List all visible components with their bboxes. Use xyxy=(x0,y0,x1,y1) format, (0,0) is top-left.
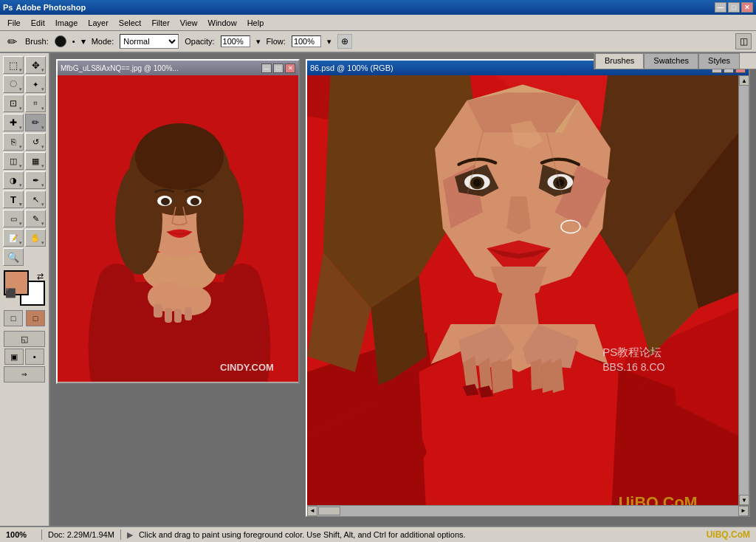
flow-arrow[interactable]: ▾ xyxy=(327,37,331,47)
doc-title-left: MfbG_uLS8iAxNQ==.jpg @ 100%... xyxy=(61,64,179,72)
svg-text:BBS.16 8.CO: BBS.16 8.CO xyxy=(602,361,664,373)
svg-text:UiBQ.CoM: UiBQ.CoM xyxy=(619,493,698,505)
standard-mode[interactable]: □ xyxy=(4,310,23,326)
status-message: Click and drag to paint using foreground… xyxy=(139,530,701,539)
scroll-left-arrow[interactable]: ◄ xyxy=(307,506,317,516)
doc-close-left[interactable]: ✕ xyxy=(285,64,295,73)
tab-swatches[interactable]: Swatches xyxy=(644,53,698,69)
scroll-right-arrow[interactable]: ► xyxy=(738,506,749,516)
svg-rect-16 xyxy=(174,309,182,323)
doc-canvas-left: CINDY.COM xyxy=(58,75,298,383)
move-tool[interactable]: ✥ xyxy=(25,56,46,74)
document-info: Doc: 2.29M/1.94M xyxy=(48,530,114,539)
status-bar: 100% Doc: 2.29M/1.94M ▶ Click and drag t… xyxy=(0,526,756,542)
crop-tool[interactable]: ⊡ xyxy=(3,95,24,112)
airbrush-icon[interactable]: ⊕ xyxy=(337,34,352,49)
tab-brushes[interactable]: Brushes xyxy=(595,53,644,69)
screen-row-3: ⇒ xyxy=(4,366,45,383)
scroll-track-h[interactable] xyxy=(317,506,738,516)
pen-tool[interactable]: ✒ xyxy=(25,171,46,189)
tool-row-4: ✚ ✏ xyxy=(1,114,47,131)
screen-mode-3[interactable]: ▪ xyxy=(25,349,44,365)
doc-maximize-left[interactable]: □ xyxy=(273,64,284,73)
dodge-tool[interactable]: ◑ xyxy=(3,171,24,189)
menu-edit[interactable]: Edit xyxy=(27,17,49,29)
slice-tool[interactable]: ⌗ xyxy=(25,95,46,112)
scroll-down-arrow[interactable]: ▼ xyxy=(739,495,749,505)
status-divider-1 xyxy=(41,529,42,540)
flow-input[interactable] xyxy=(292,35,321,47)
menu-filter[interactable]: Filter xyxy=(147,17,173,29)
status-divider-2 xyxy=(120,529,121,540)
app-icon: Ps xyxy=(3,3,13,12)
scroll-up-arrow[interactable]: ▲ xyxy=(739,75,749,86)
healing-tool[interactable]: ✚ xyxy=(3,114,24,131)
svg-marker-43 xyxy=(506,196,530,235)
canvas-area: MfbG_uLS8iAxNQ==.jpg @ 100%... — □ ✕ xyxy=(50,53,756,526)
notes-tool[interactable]: 📝 xyxy=(3,229,24,247)
scrollbar-right-vertical[interactable]: ▲ ▼ xyxy=(738,75,749,505)
watermark: UiBQ.CoM xyxy=(707,529,750,540)
scroll-thumb-h[interactable] xyxy=(318,507,340,515)
screen-mode-2[interactable]: ▣ xyxy=(4,349,24,365)
panel-toggle[interactable]: ◫ xyxy=(735,33,752,49)
eyedropper-tool[interactable]: ✎ xyxy=(25,210,46,227)
opacity-input[interactable] xyxy=(221,35,250,47)
menu-select[interactable]: Select xyxy=(114,17,146,29)
reset-colors[interactable]: ⬛ xyxy=(5,288,16,304)
brush-preview[interactable] xyxy=(55,35,66,47)
menu-window[interactable]: Window xyxy=(204,17,241,29)
panel-tabs-bar: Brushes Swatches Styles xyxy=(594,53,756,69)
tool-row-8: T ↖ xyxy=(1,191,47,208)
menu-image[interactable]: Image xyxy=(51,17,83,29)
clone-tool[interactable]: ⎘ xyxy=(3,133,24,151)
brush-dropdown-arrow[interactable]: ▾ xyxy=(81,37,86,47)
shape-tool[interactable]: ▭ xyxy=(3,210,24,227)
opacity-arrow[interactable]: ▾ xyxy=(256,37,261,47)
menu-bar: File Edit Image Layer Select Filter View… xyxy=(0,15,756,31)
brush-tool[interactable]: ✏ xyxy=(25,114,46,131)
path-selection-tool[interactable]: ↖ xyxy=(25,191,46,208)
tool-row-1: ⬚ ✥ xyxy=(1,56,47,74)
gradient-tool[interactable]: ▦ xyxy=(25,152,46,170)
svg-rect-15 xyxy=(165,308,172,323)
quick-mask-mode[interactable]: □ xyxy=(26,310,45,326)
tab-styles[interactable]: Styles xyxy=(698,53,740,69)
document-window-right: 86.psd @ 100% (RGB) — □ ✕ xyxy=(306,59,750,517)
doc-title-right: 86.psd @ 100% (RGB) xyxy=(310,64,394,72)
magic-wand-tool[interactable]: ✦ xyxy=(25,75,46,93)
tool-row-3: ⊡ ⌗ xyxy=(1,95,47,112)
left-image-svg: CINDY.COM xyxy=(58,75,298,382)
eraser-tool[interactable]: ◫ xyxy=(3,152,24,170)
hand-tool[interactable]: ✋ xyxy=(25,229,46,247)
screen-row-2: ▣ ▪ xyxy=(4,349,44,365)
menu-help[interactable]: Help xyxy=(243,17,269,29)
doc-minimize-left[interactable]: — xyxy=(261,64,272,73)
text-tool[interactable]: T xyxy=(3,191,24,208)
history-brush-tool[interactable]: ↺ xyxy=(25,133,46,151)
svg-point-10 xyxy=(161,198,170,205)
menu-layer[interactable]: Layer xyxy=(83,17,113,29)
menu-view[interactable]: View xyxy=(176,17,202,29)
doc-titlebar-left: MfbG_uLS8iAxNQ==.jpg @ 100%... — □ ✕ xyxy=(58,61,298,75)
screen-mode-buttons: ◱ ▣ ▪ ⇒ xyxy=(1,331,47,383)
lasso-tool[interactable]: 〇 xyxy=(3,75,24,93)
minimize-button[interactable]: — xyxy=(715,2,726,13)
swap-colors[interactable]: ⇄ xyxy=(37,272,44,281)
close-button[interactable]: ✕ xyxy=(741,2,753,13)
active-tool-icon[interactable]: ✏ xyxy=(4,34,19,49)
menu-file[interactable]: File xyxy=(3,17,25,29)
marquee-tool[interactable]: ⬚ xyxy=(3,56,24,74)
svg-point-41 xyxy=(473,179,481,187)
tool-row-2: 〇 ✦ xyxy=(1,75,47,93)
mode-select[interactable]: Normal Dissolve Multiply xyxy=(120,34,179,49)
tool-row-7: ◑ ✒ xyxy=(1,171,47,189)
main-area: ⬚ ✥ 〇 ✦ ⊡ ⌗ ✚ ✏ ⎘ ↺ ◫ ▦ ◑ ✒ T ↖ xyxy=(0,53,756,526)
maximize-button[interactable]: □ xyxy=(728,2,740,13)
screen-mode-1[interactable]: ◱ xyxy=(4,331,45,347)
mode-buttons: □ □ xyxy=(4,310,45,326)
zoom-tool[interactable]: 🔍 xyxy=(3,248,24,266)
jump-imageready[interactable]: ⇒ xyxy=(4,366,45,383)
scroll-track-v[interactable] xyxy=(739,86,749,495)
scrollbar-right-horizontal[interactable]: ◄ ► xyxy=(307,505,749,515)
